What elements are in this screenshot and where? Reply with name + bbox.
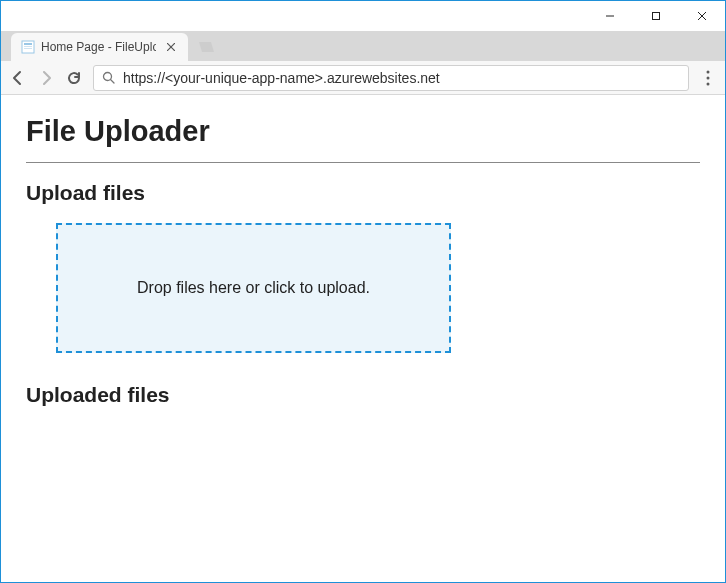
browser-tab[interactable]: Home Page - FileUploade — [11, 33, 188, 61]
new-tab-button[interactable] — [194, 37, 216, 57]
tab-close-button[interactable] — [164, 40, 178, 54]
reload-button[interactable] — [65, 69, 83, 87]
search-icon — [102, 71, 115, 84]
forward-button[interactable] — [37, 69, 55, 87]
page-title: File Uploader — [26, 115, 700, 148]
divider — [26, 162, 700, 163]
page-favicon-icon — [21, 40, 35, 54]
svg-rect-6 — [24, 46, 32, 47]
back-button[interactable] — [9, 69, 27, 87]
file-dropzone[interactable]: Drop files here or click to upload. — [56, 223, 451, 353]
page-content: File Uploader Upload files Drop files he… — [1, 95, 725, 582]
svg-point-12 — [707, 70, 710, 73]
browser-menu-button[interactable] — [699, 69, 717, 87]
tab-title: Home Page - FileUploade — [41, 40, 156, 54]
svg-point-14 — [707, 82, 710, 85]
browser-toolbar: https://<your-unique-app-name>.azurewebs… — [1, 61, 725, 95]
upload-section-heading: Upload files — [26, 181, 700, 205]
window-close-button[interactable] — [679, 1, 725, 31]
address-bar[interactable]: https://<your-unique-app-name>.azurewebs… — [93, 65, 689, 91]
uploaded-section-heading: Uploaded files — [26, 383, 700, 407]
dropzone-label: Drop files here or click to upload. — [137, 279, 370, 297]
svg-rect-5 — [24, 43, 32, 45]
browser-tabstrip: Home Page - FileUploade — [1, 31, 725, 61]
svg-line-11 — [111, 80, 115, 84]
svg-rect-1 — [653, 13, 660, 20]
window-maximize-button[interactable] — [633, 1, 679, 31]
svg-rect-7 — [24, 48, 32, 49]
window-titlebar — [1, 1, 725, 31]
window-minimize-button[interactable] — [587, 1, 633, 31]
svg-point-13 — [707, 76, 710, 79]
url-text: https://<your-unique-app-name>.azurewebs… — [123, 70, 680, 86]
